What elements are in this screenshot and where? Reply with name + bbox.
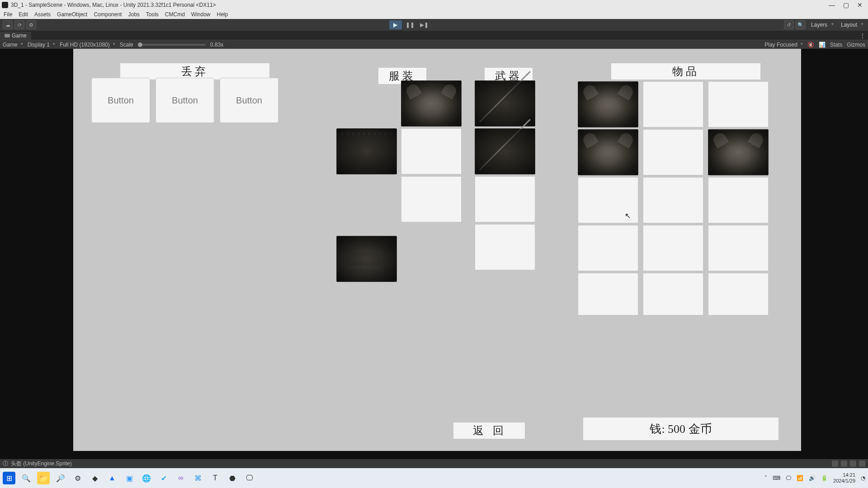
app-icon[interactable]: ▣ (123, 472, 136, 484)
armor-slot-head[interactable] (401, 80, 462, 127)
status-icon[interactable] (832, 460, 838, 467)
item-slot[interactable] (708, 225, 769, 271)
todo-icon[interactable]: ✔ (157, 472, 170, 484)
resolution-dropdown[interactable]: Full HD (868x488) (60, 42, 115, 48)
cloud-icon[interactable]: ⟳ (14, 20, 24, 29)
windows-taskbar: ⊞ 🔍 📁 🔎 ⚙ ◆ ▲ ▣ 🌐 ✔ ∞ ⌘ T ⬣ 🖵 ˄ ⌨ 🖵 📶 🔊 … (0, 468, 868, 488)
menu-help[interactable]: Help (217, 11, 228, 18)
armor-slot-gloves[interactable] (336, 128, 397, 174)
status-icon[interactable] (841, 460, 847, 467)
tab-more-icon[interactable]: ⋮ (857, 32, 868, 40)
item-sword-icon (475, 129, 535, 174)
status-message: 头盔 (UnityEngine.Sprite) (11, 460, 72, 468)
game-view-header: Game Display 1 Full HD (868x488) Scale… (0, 40, 868, 49)
menu-tools[interactable]: Tools (146, 11, 159, 18)
play-button[interactable]: ▶ (389, 20, 402, 29)
monitor-icon[interactable]: 🖵 (243, 472, 256, 484)
weapon-slot-3[interactable] (475, 176, 535, 222)
weapon-slot-2[interactable] (475, 128, 535, 174)
menu-component[interactable]: Component (94, 11, 122, 18)
close-icon[interactable]: ✕ (857, 1, 863, 9)
stats-label[interactable]: Stats (830, 42, 842, 48)
menu-jobs[interactable]: Jobs (128, 11, 139, 18)
item-slot[interactable] (643, 225, 703, 271)
menu-gameobject[interactable]: GameObject (57, 11, 87, 18)
menu-edit[interactable]: Edit (19, 11, 28, 18)
step-button[interactable]: ▶❚ (418, 20, 431, 29)
search-icon[interactable]: 🔍 (796, 20, 806, 29)
armor-slot-mount[interactable] (336, 236, 397, 282)
discard-button-2[interactable]: Button (156, 78, 214, 123)
menu-cmcmd[interactable]: CMCmd (165, 11, 185, 18)
armor-slot-legs[interactable] (401, 176, 462, 222)
stats-icon[interactable]: 📊 (819, 42, 826, 48)
cursor-icon: ↖ (625, 211, 631, 220)
weapon-slot-1[interactable] (475, 80, 535, 127)
menu-assets[interactable]: Assets (34, 11, 51, 18)
gizmos-label[interactable]: Gizmos (847, 42, 865, 48)
item-slot[interactable] (578, 273, 638, 315)
panel-discard-label: 丢弃 (120, 63, 269, 80)
game-mode-dropdown[interactable]: Game (3, 42, 23, 48)
tab-game[interactable]: Game (0, 32, 31, 40)
item-slot[interactable] (643, 129, 703, 175)
tray-chevron-icon[interactable]: ˄ (764, 475, 767, 481)
return-button[interactable]: 返回 (453, 422, 525, 439)
game-icon (5, 34, 10, 38)
unity-hub-icon[interactable]: ⚙ (71, 472, 84, 484)
taskbar-clock[interactable]: 14:21 2024/1/29 (833, 472, 855, 484)
magnify-icon[interactable]: 🔎 (54, 472, 67, 484)
status-bar: ⓘ 头盔 (UnityEngine.Sprite) (0, 459, 868, 468)
app-icon[interactable]: ▲ (106, 472, 118, 484)
play-focused-dropdown[interactable]: Play Focused (764, 42, 803, 48)
obsidian-icon[interactable]: ◆ (89, 472, 101, 484)
item-slot[interactable] (708, 273, 769, 315)
text-icon[interactable]: T (209, 472, 222, 484)
item-slot[interactable] (643, 177, 703, 223)
explorer-icon[interactable]: 📁 (37, 472, 50, 484)
tray-battery-icon[interactable]: 🔋 (821, 475, 828, 481)
status-icon[interactable] (859, 460, 865, 467)
item-slot[interactable] (708, 177, 769, 223)
item-slot[interactable] (643, 81, 703, 127)
weapon-slot-4[interactable] (475, 224, 535, 270)
search-icon[interactable]: 🔍 (20, 472, 33, 484)
settings-icon[interactable]: ⚙ (26, 20, 36, 29)
discard-button-3[interactable]: Button (220, 78, 278, 123)
item-slot[interactable] (643, 273, 703, 315)
edge-icon[interactable]: 🌐 (140, 472, 153, 484)
tray-volume-icon[interactable]: 🔊 (809, 475, 816, 481)
tab-game-label: Game (12, 33, 27, 39)
undo-history-icon[interactable]: ↺ (784, 20, 794, 29)
minimize-icon[interactable]: — (829, 1, 835, 9)
tray-monitor-icon[interactable]: 🖵 (786, 475, 791, 481)
account-icon[interactable]: ☁ (3, 20, 13, 29)
window-title: 3D_1 - SampleScene - Windows, Mac, Linux… (11, 2, 216, 8)
item-slot[interactable] (578, 129, 638, 175)
display-dropdown[interactable]: Display 1 (28, 42, 55, 48)
start-icon[interactable]: ⊞ (3, 472, 15, 484)
menu-file[interactable]: File (4, 11, 12, 18)
armor-slot-body[interactable] (401, 128, 462, 174)
item-slot[interactable] (578, 81, 638, 127)
layers-dropdown[interactable]: Layers (807, 21, 835, 29)
tray-wifi-icon[interactable]: 📶 (797, 475, 803, 481)
visualstudio-icon[interactable]: ∞ (175, 472, 187, 484)
money-label: 钱: 500 金币 (650, 421, 712, 437)
maximize-icon[interactable]: ▢ (843, 1, 849, 9)
menu-window[interactable]: Window (191, 11, 211, 18)
layout-dropdown[interactable]: Layout (837, 21, 865, 29)
item-slot[interactable] (708, 81, 769, 127)
tray-ime-icon[interactable]: ⌨ (773, 475, 780, 481)
mute-icon[interactable]: 🔇 (807, 42, 814, 48)
item-slot[interactable] (578, 225, 638, 271)
unity-logo-icon (2, 2, 8, 8)
tray-notifications-icon[interactable]: ◔ (861, 475, 865, 481)
vscode-icon[interactable]: ⌘ (192, 472, 204, 484)
scale-slider[interactable] (138, 44, 206, 46)
discard-button-1[interactable]: Button (91, 78, 150, 123)
status-icon[interactable] (850, 460, 856, 467)
unity-editor-icon[interactable]: ⬣ (226, 472, 239, 484)
item-slot[interactable] (708, 129, 769, 175)
pause-button[interactable]: ❚❚ (404, 20, 416, 29)
